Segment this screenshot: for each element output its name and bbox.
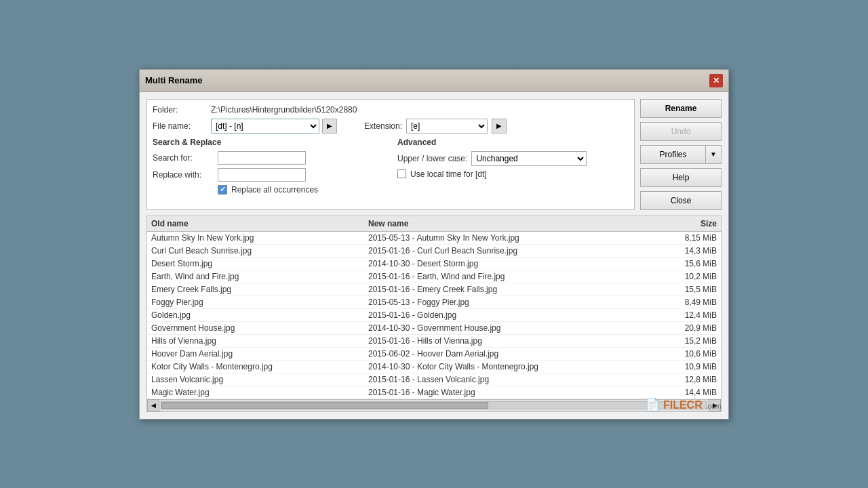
- scroll-thumb: [161, 402, 488, 409]
- watermark: 📄 FILECR .com: [645, 397, 722, 412]
- file-size: 14,4 MiB: [663, 388, 717, 397]
- search-input[interactable]: [218, 151, 306, 165]
- file-new-name: 2015-01-16 - Hills of Vienna.jpg: [368, 336, 663, 346]
- file-new-name: 2014-10-30 - Government House.jpg: [368, 323, 663, 333]
- filename-select[interactable]: [dt] - [n]: [211, 119, 319, 134]
- folder-path: Z:\Pictures\Hintergrundbilder\5120x2880: [211, 105, 357, 115]
- file-old-name: Desert Storm.jpg: [151, 259, 368, 268]
- folder-label: Folder:: [153, 105, 207, 115]
- file-size: 8,49 MiB: [663, 298, 717, 307]
- file-size: 15,6 MiB: [663, 259, 717, 268]
- local-time-row: Use local time for [dt]: [397, 169, 629, 179]
- file-size: 20,9 MiB: [663, 323, 717, 333]
- file-new-name: 2015-01-16 - Magic Water.jpg: [368, 388, 663, 397]
- file-old-name: Earth, Wind and Fire.jpg: [151, 272, 368, 281]
- search-for-row: Search for:: [153, 151, 384, 165]
- file-size: 12,4 MiB: [663, 310, 717, 320]
- file-old-name: Hoover Dam Aerial.jpg: [151, 349, 368, 359]
- search-replace-section: Search & Replace Search for: Replace wit…: [153, 138, 384, 195]
- horizontal-scrollbar: ◀ ▶: [147, 399, 721, 411]
- file-size: 12,8 MiB: [663, 375, 717, 384]
- file-old-name: Golden.jpg: [151, 310, 368, 320]
- title-bar: Multi Rename ✕: [140, 70, 728, 92]
- file-size: 15,2 MiB: [663, 336, 717, 346]
- replace-all-row: Replace all occurrences: [218, 185, 384, 195]
- file-old-name: Emery Creek Falls.jpg: [151, 285, 368, 294]
- left-panel: Folder: Z:\Pictures\Hintergrundbilder\51…: [146, 99, 635, 210]
- replace-input[interactable]: [218, 168, 306, 182]
- replace-label: Replace with:: [153, 170, 214, 180]
- filename-controls: [dt] - [n] ▶: [211, 119, 337, 134]
- file-new-name: 2015-05-13 - Foggy Pier.jpg: [368, 298, 663, 307]
- file-list: Old name New name Size Autumn Sky In New…: [146, 216, 722, 412]
- local-time-label: Use local time for [dt]: [410, 169, 487, 179]
- table-row[interactable]: Desert Storm.jpg 2014-10-30 - Desert Sto…: [147, 258, 721, 270]
- dialog-title: Multi Rename: [145, 75, 203, 85]
- scroll-left-button[interactable]: ◀: [147, 399, 159, 411]
- table-row[interactable]: Foggy Pier.jpg 2015-05-13 - Foggy Pier.j…: [147, 296, 721, 309]
- col-header-size: Size: [663, 219, 717, 228]
- replace-all-checkbox[interactable]: [218, 185, 227, 195]
- file-old-name: Curl Curl Beach Sunrise.jpg: [151, 246, 368, 256]
- file-new-name: 2015-06-02 - Hoover Dam Aerial.jpg: [368, 349, 663, 359]
- table-row[interactable]: Curl Curl Beach Sunrise.jpg 2015-01-16 -…: [147, 245, 721, 258]
- file-old-name: Kotor City Walls - Montenegro.jpg: [151, 362, 368, 371]
- replace-all-label: Replace all occurrences: [231, 185, 318, 195]
- advanced-section: Advanced Upper / lower case: UnchangedAl…: [397, 138, 629, 195]
- scroll-track[interactable]: [161, 401, 707, 409]
- file-old-name: Lassen Volcanic.jpg: [151, 375, 368, 384]
- replace-with-row: Replace with:: [153, 168, 384, 182]
- search-label: Search for:: [153, 153, 214, 163]
- rename-button[interactable]: Rename: [640, 99, 722, 118]
- table-row[interactable]: Kotor City Walls - Montenegro.jpg 2014-1…: [147, 361, 721, 373]
- file-size: 14,3 MiB: [663, 246, 717, 256]
- watermark-brand: 📄 FILECR: [645, 399, 705, 411]
- extension-label: Extension:: [348, 121, 402, 131]
- filename-label: File name:: [153, 121, 207, 131]
- top-section: Folder: Z:\Pictures\Hintergrundbilder\51…: [146, 99, 722, 210]
- close-button[interactable]: Close: [640, 191, 722, 210]
- col-header-new-name: New name: [368, 219, 663, 228]
- advanced-title: Advanced: [397, 138, 629, 147]
- file-list-header: Old name New name Size: [147, 216, 721, 232]
- dialog-content: Folder: Z:\Pictures\Hintergrundbilder\51…: [140, 92, 728, 419]
- file-old-name: Autumn Sky In New York.jpg: [151, 233, 368, 243]
- table-row[interactable]: Autumn Sky In New York.jpg 2015-05-13 - …: [147, 232, 721, 245]
- file-new-name: 2015-05-13 - Autumn Sky In New York.jpg: [368, 233, 663, 243]
- search-replace-title: Search & Replace: [153, 138, 384, 147]
- file-new-name: 2015-01-16 - Lassen Volcanic.jpg: [368, 375, 663, 384]
- file-old-name: Government House.jpg: [151, 323, 368, 333]
- upper-lower-row: Upper / lower case: UnchangedAll upperca…: [397, 151, 629, 166]
- table-row[interactable]: Earth, Wind and Fire.jpg 2015-01-16 - Ea…: [147, 270, 721, 283]
- table-row[interactable]: Hoover Dam Aerial.jpg 2015-06-02 - Hoove…: [147, 348, 721, 361]
- file-new-name: 2015-01-16 - Curl Curl Beach Sunrise.jpg: [368, 246, 663, 256]
- local-time-checkbox[interactable]: [397, 169, 406, 178]
- table-row[interactable]: Government House.jpg 2014-10-30 - Govern…: [147, 322, 721, 335]
- file-size: 8,15 MiB: [663, 233, 717, 243]
- file-new-name: 2015-01-16 - Emery Creek Falls.jpg: [368, 285, 663, 294]
- multi-rename-dialog: Multi Rename ✕ Folder: Z:\Pictures\Hinte…: [139, 69, 729, 420]
- file-list-body: Autumn Sky In New York.jpg 2015-05-13 - …: [147, 232, 721, 399]
- filename-row: File name: [dt] - [n] ▶ Extension: [e][E…: [153, 119, 629, 134]
- file-new-name: 2015-01-16 - Golden.jpg: [368, 310, 663, 320]
- file-size: 10,6 MiB: [663, 349, 717, 359]
- extension-select[interactable]: [e][E]jpgpng: [406, 119, 488, 134]
- upper-lower-select[interactable]: UnchangedAll uppercaseAll lowercaseFirst…: [471, 151, 587, 166]
- file-old-name: Foggy Pier.jpg: [151, 298, 368, 307]
- table-row[interactable]: Golden.jpg 2015-01-16 - Golden.jpg 12,4 …: [147, 309, 721, 322]
- table-row[interactable]: Magic Water.jpg 2015-01-16 - Magic Water…: [147, 386, 721, 399]
- extension-arrow-button[interactable]: ▶: [492, 119, 507, 134]
- table-row[interactable]: Hills of Vienna.jpg 2015-01-16 - Hills o…: [147, 335, 721, 348]
- table-row[interactable]: Emery Creek Falls.jpg 2015-01-16 - Emery…: [147, 283, 721, 296]
- profiles-dropdown-button[interactable]: ▼: [705, 145, 722, 164]
- filename-arrow-button[interactable]: ▶: [322, 119, 337, 134]
- file-old-name: Magic Water.jpg: [151, 388, 368, 397]
- two-col-section: Search & Replace Search for: Replace wit…: [153, 138, 629, 195]
- undo-button[interactable]: Undo: [640, 122, 722, 141]
- help-button[interactable]: Help: [640, 168, 722, 187]
- profiles-button[interactable]: Profiles: [640, 145, 705, 164]
- table-row[interactable]: Lassen Volcanic.jpg 2015-01-16 - Lassen …: [147, 373, 721, 386]
- title-close-button[interactable]: ✕: [709, 74, 723, 87]
- profiles-wrapper: Profiles ▼: [640, 145, 722, 164]
- file-new-name: 2014-10-30 - Kotor City Walls - Monteneg…: [368, 362, 663, 371]
